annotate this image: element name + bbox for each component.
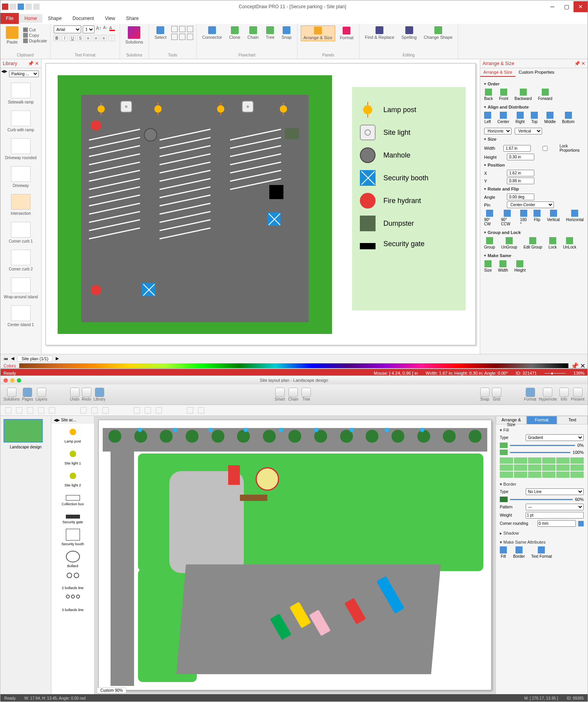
makesame-section[interactable]: Make Same [484,253,584,258]
font-increase-icon[interactable]: A↑ [96,25,102,33]
align-right-icon[interactable]: ≡ [101,35,107,41]
shape-tool-icon[interactable] [49,407,55,414]
sandbox[interactable] [256,467,279,491]
font-select[interactable]: Arial [54,25,81,33]
save-icon[interactable] [18,4,24,10]
chain-button[interactable]: Chain [245,25,261,40]
manhole-obj[interactable] [144,128,157,141]
shape-corner-curb-2[interactable]: Corner curb 2 [0,247,41,274]
align-middle-button[interactable]: Middle [544,112,555,124]
distribute-h-select[interactable]: Horizontal [484,128,512,134]
angle-input[interactable] [507,194,534,200]
dumpster-obj[interactable] [285,128,299,139]
mac-shape-gate[interactable]: Security gate [51,508,94,526]
zoom-fit-icon[interactable] [156,407,162,414]
tab-custom-props[interactable]: Custom Properties [515,68,557,77]
tab-arrange-size[interactable]: Arrange & Size [496,416,526,424]
close-button[interactable] [4,378,8,383]
present-button[interactable]: Present [571,388,584,401]
color-strip[interactable] [19,363,568,368]
pin-icon[interactable]: 📌 ✕ [28,61,39,66]
spelling-button[interactable]: ✓Spelling [399,25,419,40]
zoom-out-icon[interactable] [145,407,151,414]
page-thumbnail[interactable] [4,419,43,443]
same-text-button[interactable]: Text Format [531,546,552,559]
lamp-post-obj[interactable] [152,103,164,115]
chain-button[interactable]: Chain [288,388,298,401]
same-fill-button[interactable]: Fill [500,546,507,559]
ungroup-button[interactable]: UnGroup [501,237,517,249]
align-tool-icon[interactable] [80,407,87,414]
font-color-icon[interactable]: A [109,25,115,31]
size-section[interactable]: Size [484,137,584,141]
library-category-select[interactable]: Parking ... [9,71,39,77]
paste-button[interactable]: Paste [4,25,21,45]
fill-color-1[interactable] [500,443,508,448]
fill-type-select[interactable]: Gradient [526,434,584,441]
align-center-icon[interactable]: ≡ [93,35,99,41]
shapes-list[interactable]: Sidewalk ramp Curb with ramp Driveway ro… [0,80,41,354]
pattern-select[interactable]: — [526,504,584,510]
shape-corner-curb-1[interactable]: Corner curb 1 [0,219,41,247]
strike-button[interactable]: S [77,35,83,41]
smart-button[interactable]: Smart [275,388,285,401]
tab-shape[interactable]: Shape [42,14,67,23]
underline-button[interactable]: U [69,35,76,41]
shape-sidewalk-ramp[interactable]: Sidewalk ramp [0,80,41,107]
select-button[interactable]: Select [152,25,169,40]
unlock-button[interactable]: UnLock [563,237,576,249]
fire-hydrant-obj[interactable] [91,285,101,295]
lib-next-icon[interactable]: ▶ [57,418,60,422]
colors-close-icon[interactable]: 📌 ✕ [568,362,588,370]
pointer-tool-icon[interactable] [5,407,11,414]
text-tool-icon[interactable] [16,407,22,414]
cut-button[interactable]: ✂Cut [23,27,47,32]
minimize-button[interactable] [10,378,15,383]
position-section[interactable]: Position [484,163,584,167]
fire-hydrant-obj[interactable] [91,120,101,131]
library-button[interactable]: Library [94,388,106,401]
canvas-page[interactable]: Lamp post Site light Manhole Security bo… [45,63,476,345]
prev-page-icon[interactable]: ◀ [11,356,14,361]
zoom-button[interactable] [17,378,21,383]
mac-shape-bollard[interactable]: Bollard [51,548,94,570]
shape-wrap-island[interactable]: Wrap-around island [0,274,41,302]
backward-button[interactable]: Backward [515,89,532,101]
tab-arrange-size[interactable]: Arrange & Size [480,68,515,77]
minimize-button[interactable]: ─ [545,1,559,12]
tree-button[interactable]: Tree [263,25,277,40]
pin-select[interactable]: Center-Center [507,201,554,208]
bullets-icon[interactable]: ⋮ [109,35,115,41]
tree-button[interactable]: Tree [301,388,311,401]
line-tool-icon[interactable] [38,407,44,414]
front-button[interactable]: Front [499,89,508,101]
callout-tool-icon[interactable] [27,407,33,414]
align-top-button[interactable]: Top [531,112,538,124]
canvas[interactable]: Lamp post Site light Manhole Security bo… [42,59,480,354]
change-shape-button[interactable]: Change Shape [421,25,455,40]
undo-button[interactable]: Undo [70,388,80,401]
corner-apply-icon[interactable] [578,521,584,526]
align-center-button[interactable]: Center [497,112,509,124]
mac-shape-3bollards[interactable]: 3 bollards line [51,592,94,614]
pages-button[interactable]: Pages [22,388,33,401]
lamp-post-obj[interactable] [277,103,290,115]
path[interactable] [169,471,244,573]
same-width-button[interactable]: Width [498,260,508,272]
shape-intersection[interactable]: Intersection [0,191,41,219]
group-section[interactable]: Group and Lock [484,230,584,235]
height-input[interactable] [507,154,534,160]
flip-v-button[interactable]: Vertical [547,210,560,226]
rect-tool-icon[interactable] [171,26,178,32]
find-button[interactable]: Find & Replace [363,25,397,40]
group-tool-icon[interactable] [91,407,98,414]
tab-document[interactable]: Document [67,14,100,23]
line-tool-icon[interactable] [179,26,185,32]
same-height-button[interactable]: Height [514,260,526,272]
tab-view[interactable]: View [100,14,121,23]
flip-button[interactable]: Flip [534,210,541,226]
distribute-v-select[interactable]: Vertical [515,128,542,134]
corner-input[interactable] [537,520,576,527]
tab-text[interactable]: Text [557,416,588,424]
maximize-button[interactable]: ▢ [559,1,573,12]
